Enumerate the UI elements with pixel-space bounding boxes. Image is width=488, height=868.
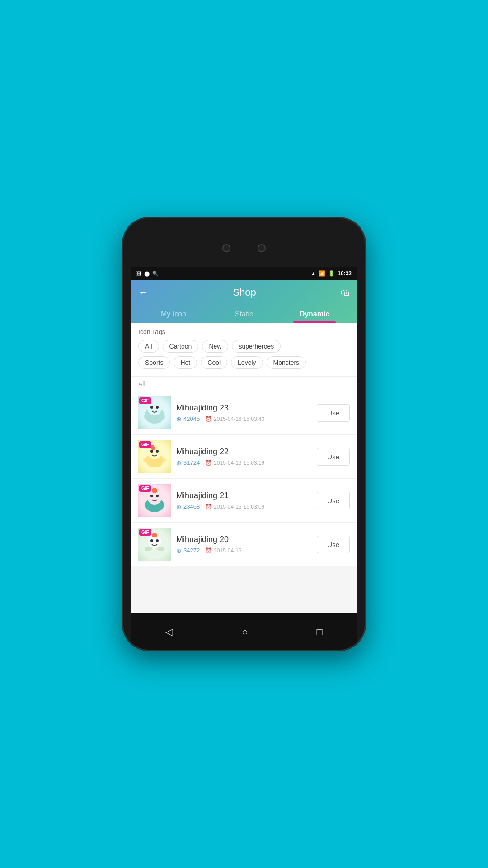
item-meta-4: ⊕ 34272 ⏰ 2015-04-16 — [176, 547, 311, 554]
tag-monsters[interactable]: Monsters — [267, 356, 306, 369]
item-downloads-2: ⊕ 31724 — [176, 459, 200, 467]
camera-dot-right — [258, 244, 266, 252]
svg-point-8 — [150, 450, 153, 453]
tag-cartoon[interactable]: Cartoon — [163, 340, 199, 353]
filter-label: All — [131, 376, 357, 391]
clock-icon-3: ⏰ — [205, 504, 212, 510]
signal-icon: 📶 — [319, 270, 325, 277]
use-button-3[interactable]: Use — [317, 492, 350, 509]
home-nav-button[interactable]: ○ — [242, 626, 248, 638]
use-button-4[interactable]: Use — [317, 536, 350, 553]
page-title: Shop — [233, 287, 256, 298]
image-icon: 🖼 — [136, 271, 141, 276]
gif-badge-4: GIF — [139, 529, 151, 536]
list-item: GIF Mihuajiding 20 — [131, 523, 357, 566]
recent-nav-button[interactable]: □ — [317, 626, 323, 638]
list-item: GIF Mihuajiding 23 ⊕ — [131, 391, 357, 435]
content-area: Icon Tags All Cartoon New superheroes Sp… — [131, 323, 357, 613]
svg-point-9 — [156, 450, 159, 453]
item-thumbnail-1: GIF — [138, 396, 171, 429]
item-time-2: ⏰ 2015-04-16 15:03:19 — [205, 460, 264, 466]
tab-bar: My Icon Static Dynamic — [138, 306, 350, 323]
item-info-3: Mihuajiding 21 ⊕ 23468 ⏰ 2015-04-16 15:0… — [176, 491, 311, 510]
tag-lovely[interactable]: Lovely — [231, 356, 263, 369]
item-time-1: ⏰ 2015-04-16 15:03:40 — [205, 416, 264, 422]
status-left-icons: 🖼 ⬤ 🔍 — [136, 271, 159, 277]
item-meta-2: ⊕ 31724 ⏰ 2015-04-16 15:03:19 — [176, 459, 311, 467]
gif-badge-1: GIF — [139, 397, 151, 404]
back-nav-button[interactable]: ◁ — [165, 626, 173, 638]
status-bar: 🖼 ⬤ 🔍 ▲ 📶 🔋 10:32 — [131, 267, 357, 280]
item-thumbnail-3: GIF — [138, 484, 171, 517]
clock-icon-4: ⏰ — [205, 547, 212, 554]
item-thumbnail-2: GIF — [138, 440, 171, 473]
phone-frame: 🖼 ⬤ 🔍 ▲ 📶 🔋 10:32 ← Shop 🛍 My Icon — [122, 217, 366, 651]
svg-point-4 — [144, 414, 151, 419]
tags-row-1: All Cartoon New superheroes — [138, 340, 350, 353]
tags-title: Icon Tags — [138, 328, 350, 335]
svg-point-16 — [156, 495, 159, 497]
gif-badge-2: GIF — [139, 441, 151, 448]
clock-icon-1: ⏰ — [205, 416, 212, 422]
item-time-3: ⏰ 2015-04-16 15:03:09 — [205, 504, 264, 510]
item-info-4: Mihuajiding 20 ⊕ 34272 ⏰ 2015-04-16 — [176, 535, 311, 554]
item-info-1: Mihuajiding 23 ⊕ 42045 ⏰ 2015-04-16 15:0… — [176, 403, 311, 423]
item-name-1: Mihuajiding 23 — [176, 403, 311, 413]
tab-my-icon[interactable]: My Icon — [138, 306, 209, 323]
app-header: ← Shop 🛍 My Icon Static Dynamic — [131, 280, 357, 323]
item-thumbnail-4: GIF — [138, 528, 171, 561]
tab-static[interactable]: Static — [209, 306, 279, 323]
item-info-2: Mihuajiding 22 ⊕ 31724 ⏰ 2015-04-16 15:0… — [176, 447, 311, 467]
shop-icon[interactable]: 🛍 — [341, 288, 350, 298]
svg-point-21 — [156, 539, 159, 542]
camera-area — [122, 244, 366, 252]
item-name-4: Mihuajiding 20 — [176, 535, 311, 544]
use-button-2[interactable]: Use — [317, 448, 350, 466]
svg-rect-22 — [152, 533, 157, 537]
wifi-icon: ▲ — [310, 270, 316, 277]
tag-hot[interactable]: Hot — [174, 356, 197, 369]
item-downloads-4: ⊕ 34272 — [176, 547, 200, 554]
gif-badge-3: GIF — [139, 485, 151, 492]
navigation-bar: ◁ ○ □ — [131, 613, 357, 651]
item-name-2: Mihuajiding 22 — [176, 447, 311, 457]
svg-point-2 — [150, 406, 153, 409]
tag-sports[interactable]: Sports — [138, 356, 170, 369]
svg-point-12 — [160, 458, 166, 462]
download-icon-3: ⊕ — [176, 503, 182, 510]
status-right-icons: ▲ 📶 🔋 10:32 — [310, 270, 352, 277]
svg-point-23 — [145, 547, 152, 551]
battery-icon: 🔋 — [328, 270, 335, 277]
svg-point-3 — [156, 406, 159, 409]
tags-row-2: Sports Hot Cool Lovely Monsters — [138, 356, 350, 369]
search-icon: 🔍 — [152, 271, 159, 277]
svg-point-11 — [143, 458, 150, 462]
phone-screen: 🖼 ⬤ 🔍 ▲ 📶 🔋 10:32 ← Shop 🛍 My Icon — [131, 267, 357, 613]
tab-dynamic[interactable]: Dynamic — [279, 306, 350, 323]
header-top: ← Shop 🛍 — [138, 287, 350, 298]
download-icon-4: ⊕ — [176, 547, 182, 554]
list-item: GIF Mihuajiding 22 — [131, 435, 357, 479]
back-button[interactable]: ← — [138, 288, 148, 297]
svg-point-20 — [150, 539, 153, 542]
svg-point-24 — [157, 547, 164, 551]
list-item: GIF Mihuajiding 21 ⊕ — [131, 479, 357, 523]
item-time-4: ⏰ 2015-04-16 — [205, 547, 241, 554]
item-meta-3: ⊕ 23468 ⏰ 2015-04-16 15:03:09 — [176, 503, 311, 510]
time-display: 10:32 — [338, 270, 352, 277]
item-name-3: Mihuajiding 21 — [176, 491, 311, 500]
download-icon-1: ⊕ — [176, 415, 182, 423]
camera-dot-left — [222, 244, 230, 252]
clock-icon-2: ⏰ — [205, 460, 212, 466]
item-meta-1: ⊕ 42045 ⏰ 2015-04-16 15:03:40 — [176, 415, 311, 423]
tag-new[interactable]: New — [202, 340, 228, 353]
use-button-1[interactable]: Use — [317, 404, 350, 422]
item-downloads-3: ⊕ 23468 — [176, 503, 200, 510]
download-icon-2: ⊕ — [176, 459, 182, 467]
svg-point-5 — [158, 414, 165, 419]
circle-icon: ⬤ — [144, 271, 150, 277]
tag-superheroes[interactable]: superheroes — [232, 340, 281, 353]
tag-cool[interactable]: Cool — [201, 356, 227, 369]
tag-all[interactable]: All — [138, 340, 159, 353]
tags-section: Icon Tags All Cartoon New superheroes Sp… — [131, 323, 357, 376]
